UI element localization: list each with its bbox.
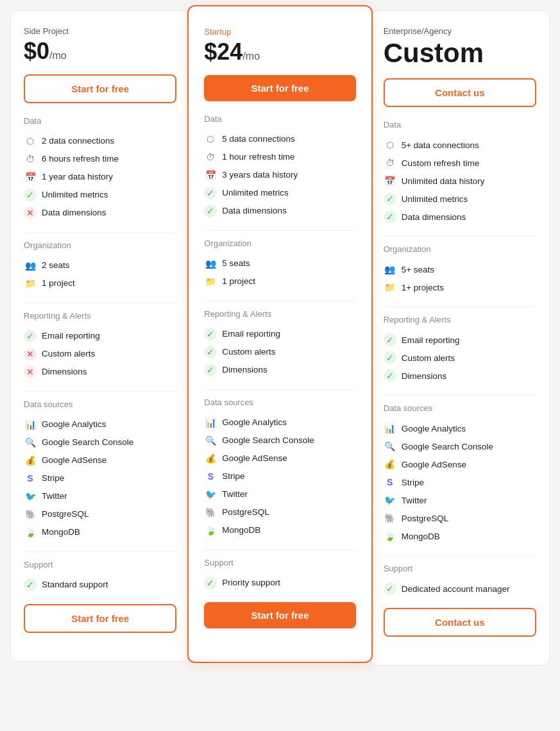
start-free-button-bottom-startup[interactable]: Start for free <box>204 602 355 628</box>
gsc-icon: 🔍 <box>384 440 396 453</box>
connections-icon: ⬡ <box>384 139 396 151</box>
org-section-title-startup: Organization <box>204 239 355 248</box>
check-icon: ✓ <box>204 205 217 217</box>
seats-icon: 👥 <box>24 259 37 272</box>
check-icon: ✓ <box>204 346 217 358</box>
seats-enterprise: 👥 5+ seats <box>384 260 536 278</box>
twitter-icon: 🐦 <box>24 490 37 503</box>
org-section-title-enterprise: Organization <box>384 244 536 254</box>
connections-enterprise: ⬡ 5+ data connections <box>384 136 536 154</box>
datasources-title-startup: Data sources <box>204 398 355 407</box>
mongo-icon: 🍃 <box>204 524 217 537</box>
pg-side: 🐘PostgreSQL <box>24 505 176 523</box>
support-features-startup: ✓ Priority support <box>204 574 355 592</box>
mongo-enterprise: 🍃MongoDB <box>384 527 536 545</box>
divider-4 <box>24 551 176 552</box>
price-period: /mo <box>49 50 67 61</box>
reporting-features-side: ✓ Email reporting ✕ Custom alerts ✕ Dime… <box>24 327 176 381</box>
cross-icon: ✕ <box>24 366 37 378</box>
ga-icon: 📊 <box>24 418 37 431</box>
start-free-button-top-side-project[interactable]: Start for free <box>24 74 176 103</box>
ga-icon: 📊 <box>204 416 217 429</box>
divider-2 <box>24 303 176 303</box>
twitter-icon: 🐦 <box>204 488 217 501</box>
dimensions-reporting-startup: ✓ Dimensions <box>204 361 355 379</box>
plan-label-startup: Startup <box>204 27 355 37</box>
support-level-startup: ✓ Priority support <box>204 574 355 592</box>
dimensions-data-side: ✕ Data dimensions <box>24 204 176 222</box>
alerts-enterprise: ✓ Custom alerts <box>384 349 536 367</box>
reporting-features-startup: ✓ Email reporting ✓ Custom alerts ✓ Dime… <box>204 325 355 379</box>
projects-side: 📁 1 project <box>24 274 176 292</box>
stripe-icon: S <box>384 476 396 489</box>
divider-3 <box>204 389 355 390</box>
connections-icon: ⬡ <box>204 133 217 146</box>
reporting-title-startup: Reporting & Alerts <box>204 309 355 319</box>
metrics-startup: ✓ Unlimited metrics <box>204 184 355 202</box>
refresh-startup: ⏱ 1 hour refresh time <box>204 148 355 166</box>
ga-icon: 📊 <box>384 422 396 435</box>
price-amount: $24 <box>204 38 242 65</box>
mongo-startup: 🍃MongoDB <box>204 521 355 539</box>
pg-icon: 🐘 <box>204 506 217 519</box>
support-features-enterprise: ✓ Dedicated account manager <box>384 580 536 598</box>
start-free-button-top-startup[interactable]: Start for free <box>204 75 355 101</box>
plan-price-side-project: $0/mo <box>24 38 176 64</box>
gsc-enterprise: 🔍Google Search Console <box>384 437 536 455</box>
divider-4 <box>204 550 355 550</box>
datasources-features-enterprise: 📊Google Analytics 🔍Google Search Console… <box>384 419 536 545</box>
check-icon: ✓ <box>384 210 396 223</box>
org-features-side: 👥 2 seats 📁 1 project <box>24 256 176 292</box>
calendar-icon: 📅 <box>204 169 217 181</box>
adsense-icon: 💰 <box>384 458 396 471</box>
adsense-enterprise: 💰Google AdSense <box>384 455 536 473</box>
stripe-enterprise: SStripe <box>384 473 536 491</box>
support-level-enterprise: ✓ Dedicated account manager <box>384 580 536 598</box>
alerts-startup: ✓ Custom alerts <box>204 343 355 361</box>
support-title-startup: Support <box>204 558 355 567</box>
reporting-title-enterprise: Reporting & Alerts <box>384 315 536 324</box>
gsc-startup: 🔍Google Search Console <box>204 432 355 450</box>
contact-us-button-bottom-enterprise[interactable]: Contact us <box>384 608 536 637</box>
mongo-icon: 🍃 <box>24 526 37 539</box>
pg-enterprise: 🐘PostgreSQL <box>384 509 536 527</box>
contact-us-button-top-enterprise[interactable]: Contact us <box>384 78 536 107</box>
mongo-icon: 🍃 <box>384 530 396 542</box>
divider-3 <box>384 395 536 396</box>
check-icon: ✓ <box>204 187 217 199</box>
metrics-enterprise: ✓ Unlimited metrics <box>384 190 536 208</box>
support-title-enterprise: Support <box>384 564 536 573</box>
data-features-startup: ⬡ 5 data connections ⏱ 1 hour refresh ti… <box>204 130 355 220</box>
gsc-icon: 🔍 <box>24 436 37 449</box>
twitter-startup: 🐦Twitter <box>204 485 355 503</box>
support-title-side: Support <box>24 560 176 569</box>
price-amount: $0 <box>24 38 49 64</box>
reporting-title-side: Reporting & Alerts <box>24 311 176 321</box>
seats-startup: 👥 5 seats <box>204 255 355 273</box>
dimensions-data-startup: ✓ Data dimensions <box>204 202 355 220</box>
history-side: 📅 1 year data history <box>24 168 176 186</box>
check-icon: ✓ <box>384 582 396 595</box>
data-section-title-enterprise: Data <box>384 120 536 130</box>
metrics-side: ✓ Unlimited metrics <box>24 186 176 204</box>
history-enterprise: 📅 Unlimited data history <box>384 172 536 190</box>
check-icon: ✓ <box>384 192 396 205</box>
connections-icon: ⬡ <box>24 135 37 147</box>
datasources-title-enterprise: Data sources <box>384 403 536 413</box>
pg-startup: 🐘PostgreSQL <box>204 503 355 521</box>
dimensions-reporting-side: ✕ Dimensions <box>24 363 176 381</box>
plan-label-enterprise: Enterprise/Agency <box>384 26 536 36</box>
start-free-button-bottom-side-project[interactable]: Start for free <box>24 604 176 633</box>
adsense-side: 💰Google AdSense <box>24 451 176 469</box>
ga-startup: 📊Google Analytics <box>204 414 355 432</box>
history-startup: 📅 3 years data history <box>204 166 355 184</box>
divider-2 <box>204 301 355 301</box>
plan-price-startup: $24/mo <box>204 39 355 65</box>
plan-enterprise: Enterprise/Agency Custom Contact us Data… <box>370 10 550 666</box>
ga-enterprise: 📊Google Analytics <box>384 419 536 437</box>
twitter-enterprise: 🐦Twitter <box>384 491 536 509</box>
org-features-startup: 👥 5 seats 📁 1 project <box>204 255 355 290</box>
adsense-icon: 💰 <box>24 454 37 467</box>
stripe-side: SStripe <box>24 469 176 487</box>
email-startup: ✓ Email reporting <box>204 325 355 343</box>
